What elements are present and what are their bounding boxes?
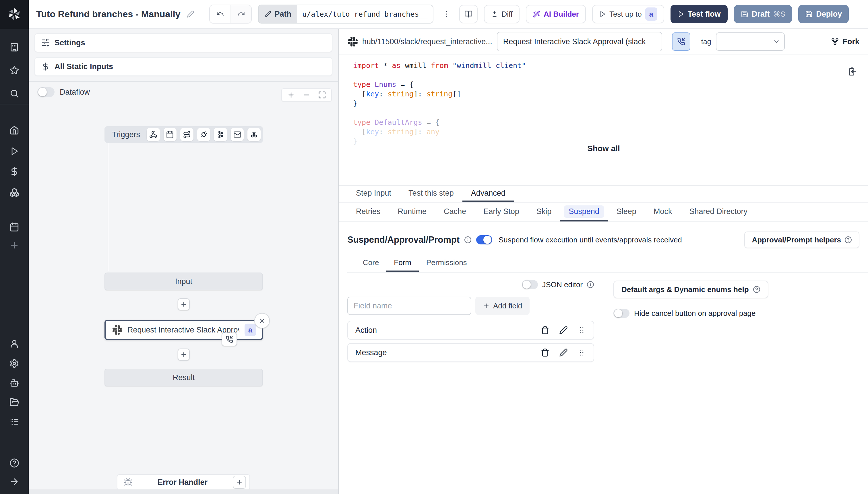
redo-button[interactable] xyxy=(230,5,251,23)
code-editor-preview[interactable]: import * as wmill from "windmill-client"… xyxy=(339,55,868,141)
error-handler-label: Error Handler xyxy=(132,478,233,487)
error-handler-node[interactable]: Error Handler xyxy=(117,474,250,490)
kafka-trigger-icon[interactable] xyxy=(214,128,227,141)
delete-step-button[interactable] xyxy=(254,313,270,328)
folders-icon[interactable] xyxy=(10,397,19,407)
dataflow-toggle[interactable] xyxy=(37,87,55,97)
zoom-out-icon[interactable] xyxy=(302,91,311,99)
tab-sleep[interactable]: Sleep xyxy=(608,203,645,222)
undo-button[interactable] xyxy=(210,5,230,23)
delete-field-trash-icon[interactable] xyxy=(541,348,549,357)
suspend-indicator-button[interactable] xyxy=(672,33,690,51)
expand-arrow-icon[interactable] xyxy=(10,477,19,487)
json-editor-label: JSON editor xyxy=(542,280,583,289)
field-name-input[interactable] xyxy=(347,297,471,315)
tab-skip[interactable]: Skip xyxy=(528,203,560,222)
triggers-bar[interactable]: Triggers xyxy=(105,126,263,143)
test-flow-button[interactable]: Test flow xyxy=(670,5,728,23)
tab-early-stop[interactable]: Early Stop xyxy=(475,203,528,222)
edit-field-pencil-icon[interactable] xyxy=(559,326,568,335)
field-label: Message xyxy=(355,348,531,357)
test-flow-label: Test flow xyxy=(688,10,721,19)
add-step-button-bottom[interactable] xyxy=(178,348,190,361)
add-step-button-top[interactable] xyxy=(178,298,190,310)
all-static-inputs-button[interactable]: All Static Inputs xyxy=(34,57,332,76)
tab-mock[interactable]: Mock xyxy=(645,203,681,222)
info-icon[interactable] xyxy=(464,236,472,244)
schedules-calendar-icon[interactable] xyxy=(10,222,19,232)
code-line xyxy=(353,70,868,80)
websocket-trigger-icon[interactable] xyxy=(197,128,210,141)
default-args-help-button[interactable]: Default args & Dynamic enums help xyxy=(613,281,769,298)
approval-prompt-helpers-button[interactable]: Approval/Prompt helpers xyxy=(744,231,860,248)
delete-field-trash-icon[interactable] xyxy=(541,326,549,335)
help-icon[interactable] xyxy=(10,458,19,468)
windmill-logo[interactable] xyxy=(0,0,29,29)
runs-play-icon[interactable] xyxy=(10,147,19,156)
more-options-button[interactable] xyxy=(440,5,453,23)
workers-robot-icon[interactable] xyxy=(10,378,19,388)
tab-runtime[interactable]: Runtime xyxy=(389,203,436,222)
tab-shared-directory[interactable]: Shared Directory xyxy=(681,203,756,222)
create-plus-icon[interactable] xyxy=(10,241,19,250)
webhook-trigger-icon[interactable] xyxy=(147,128,160,141)
tab-step-input[interactable]: Step Input xyxy=(347,186,400,202)
ai-builder-button[interactable]: AI Builder xyxy=(526,5,586,23)
slack-approval-step-node[interactable]: Request Interactive Slack Approval (... … xyxy=(105,320,263,340)
horizontal-scrollbar[interactable] xyxy=(29,489,338,494)
search-icon[interactable] xyxy=(10,89,19,98)
apps-list-icon[interactable] xyxy=(10,417,19,426)
hub-script-path[interactable]: hub/11500/slack/request_interactive... xyxy=(362,37,492,46)
workspace-icon[interactable] xyxy=(10,42,19,52)
http-route-trigger-icon[interactable] xyxy=(180,128,193,141)
user-icon[interactable] xyxy=(10,339,19,348)
settings-gear-icon[interactable] xyxy=(10,359,19,368)
fork-button[interactable]: Fork xyxy=(831,37,860,46)
favorites-star-icon[interactable] xyxy=(10,65,19,75)
step-detail-panel: hub/11500/slack/request_interactive... t… xyxy=(339,29,868,494)
suspend-enable-toggle[interactable] xyxy=(476,235,492,244)
edit-field-pencil-icon[interactable] xyxy=(559,348,568,357)
test-up-to-button[interactable]: Test up to a xyxy=(592,5,664,23)
clipboard-paste-icon[interactable] xyxy=(847,67,856,76)
tab-advanced[interactable]: Advanced xyxy=(462,186,514,202)
hide-cancel-toggle[interactable] xyxy=(613,309,629,318)
flow-settings-button[interactable]: Settings xyxy=(34,33,332,52)
input-node[interactable]: Input xyxy=(105,272,263,290)
fit-view-icon[interactable] xyxy=(318,91,326,99)
add-field-button[interactable]: Add field xyxy=(475,297,530,315)
path-value[interactable]: u/alex/tuto_refund_branches__ xyxy=(297,5,433,23)
edit-title-pencil-icon[interactable] xyxy=(187,10,194,18)
schedule-trigger-icon[interactable] xyxy=(164,128,177,141)
scheduled-poll-trigger-icon[interactable] xyxy=(247,128,261,141)
step-summary-input[interactable] xyxy=(497,32,662,51)
draft-button[interactable]: Draft ⌘S xyxy=(734,5,792,23)
home-icon[interactable] xyxy=(10,125,19,135)
deploy-button[interactable]: Deploy xyxy=(798,5,849,23)
variables-dollar-icon[interactable] xyxy=(10,167,19,176)
tag-select[interactable] xyxy=(716,33,785,51)
tab-core[interactable]: Core xyxy=(355,255,386,272)
diff-button[interactable]: Diff xyxy=(484,5,520,23)
tab-permissions[interactable]: Permissions xyxy=(419,255,475,272)
resources-boxes-icon[interactable] xyxy=(10,188,19,197)
tab-suspend[interactable]: Suspend xyxy=(560,203,608,222)
json-editor-toggle[interactable] xyxy=(522,280,538,289)
docs-button[interactable] xyxy=(459,5,478,23)
tab-cache[interactable]: Cache xyxy=(435,203,475,222)
drag-handle-grip-icon[interactable] xyxy=(577,326,586,335)
path-button[interactable]: Path xyxy=(259,5,297,23)
test-up-to-label: Test up to xyxy=(609,10,642,19)
tab-retries[interactable]: Retries xyxy=(347,203,389,222)
add-error-handler-button[interactable] xyxy=(233,476,246,489)
email-trigger-icon[interactable] xyxy=(231,128,244,141)
zoom-in-icon[interactable] xyxy=(287,91,295,99)
result-node[interactable]: Result xyxy=(105,369,263,386)
deploy-save-icon xyxy=(805,10,813,18)
show-all-button[interactable]: Show all xyxy=(339,140,868,157)
tab-form[interactable]: Form xyxy=(386,255,419,272)
info-icon[interactable] xyxy=(587,281,594,288)
close-icon xyxy=(258,317,266,324)
drag-handle-grip-icon[interactable] xyxy=(577,348,586,357)
tab-test-this-step[interactable]: Test this step xyxy=(400,186,462,202)
